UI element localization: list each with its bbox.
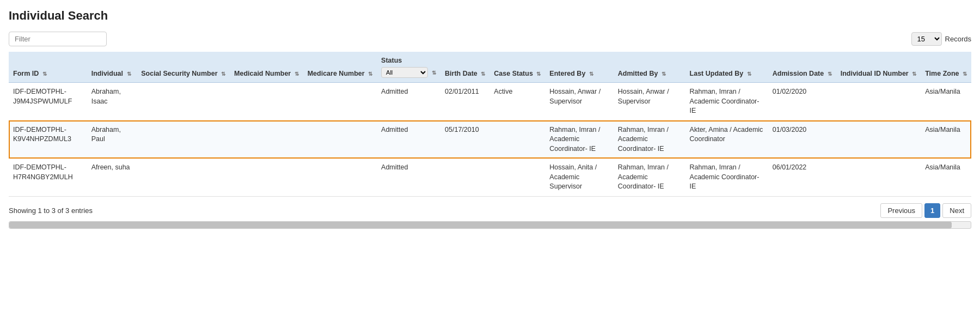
table-cell: Abraham, Paul	[87, 120, 137, 159]
table-cell: Asia/Manila	[921, 83, 971, 121]
col-last-updated-by: Last Updated By ⇅	[685, 52, 768, 83]
table-cell: Akter, Amina / Academic Coordinator	[685, 120, 768, 159]
col-birth-date: Birth Date ⇅	[440, 52, 489, 83]
sort-icon-status[interactable]: ⇅	[432, 69, 436, 76]
table-cell: Afreen, suha	[87, 159, 137, 197]
table-cell	[137, 120, 230, 159]
current-page[interactable]: 1	[924, 203, 940, 218]
results-table: Form ID ⇅ Individual ⇅ Social Security N…	[9, 52, 971, 197]
page-title: Individual Search	[9, 9, 971, 23]
col-entered-by: Entered By ⇅	[545, 52, 614, 83]
table-cell	[230, 120, 303, 159]
table-row[interactable]: IDF-DEMOTPHL-K9V4NHPZDMUL3Abraham, PaulA…	[9, 120, 971, 159]
col-ssn: Social Security Number ⇅	[137, 52, 230, 83]
table-cell	[836, 83, 921, 121]
col-admitted-by: Admitted By ⇅	[614, 52, 685, 83]
table-cell	[230, 159, 303, 197]
table-cell: 06/01/2022	[768, 159, 836, 197]
pagination: Previous 1 Next	[880, 203, 971, 218]
previous-button[interactable]: Previous	[880, 203, 922, 218]
col-form-id: Form ID ⇅	[9, 52, 87, 83]
sort-icon-admitted-by[interactable]: ⇅	[661, 70, 666, 77]
col-medicaid: Medicaid Number ⇅	[230, 52, 303, 83]
col-medicare: Medicare Number ⇅	[303, 52, 377, 83]
col-admission-date: Admission Date ⇅	[768, 52, 836, 83]
sort-icon-medicaid[interactable]: ⇅	[295, 70, 299, 77]
scrollbar-thumb	[9, 222, 952, 228]
table-cell: 01/03/2020	[768, 120, 836, 159]
table-cell: Admitted	[377, 159, 440, 197]
table-cell: Rahman, Imran / Academic Coordinator- IE	[614, 159, 685, 197]
records-control: 15 25 50 100 Records	[911, 32, 971, 46]
sort-icon-form-id[interactable]: ⇅	[42, 70, 47, 77]
table-cell: 01/02/2020	[768, 83, 836, 121]
table-cell	[230, 83, 303, 121]
table-cell: Hossain, Anita / Academic Supervisor	[545, 159, 614, 197]
table-cell	[137, 159, 230, 197]
col-individual: Individual ⇅	[87, 52, 137, 83]
records-label: Records	[945, 35, 971, 43]
sort-icon-ssn[interactable]: ⇅	[221, 70, 225, 77]
table-cell	[836, 120, 921, 159]
table-cell	[137, 83, 230, 121]
table-header-row: Form ID ⇅ Individual ⇅ Social Security N…	[9, 52, 971, 83]
table-cell	[303, 120, 377, 159]
table-cell: Admitted	[377, 120, 440, 159]
table-row[interactable]: IDF-DEMOTPHL-J9M4JSPWUMULFAbraham, Isaac…	[9, 83, 971, 121]
table-cell	[303, 83, 377, 121]
sort-icon-admission-date[interactable]: ⇅	[828, 70, 832, 77]
table-cell: Admitted	[377, 83, 440, 121]
table-cell: 02/01/2011	[440, 83, 489, 121]
sort-icon-individual-id[interactable]: ⇅	[912, 70, 916, 77]
table-cell	[836, 159, 921, 197]
table-cell: Asia/Manila	[921, 159, 971, 197]
table-cell	[303, 159, 377, 197]
table-cell: Rahman, Imran / Academic Coordinator- IE	[545, 120, 614, 159]
table-cell	[489, 120, 545, 159]
sort-icon-medicare[interactable]: ⇅	[368, 70, 372, 77]
sort-icon-birth-date[interactable]: ⇅	[481, 70, 485, 77]
col-individual-id: Individual ID Number ⇅	[836, 52, 921, 83]
col-status: Status All Admitted Discharged ⇅	[377, 52, 440, 83]
table-cell: Rahman, Imran / Academic Coordinator- IE	[614, 120, 685, 159]
table-cell: Asia/Manila	[921, 120, 971, 159]
table-cell: Abraham, Isaac	[87, 83, 137, 121]
footer: Showing 1 to 3 of 3 entries Previous 1 N…	[9, 203, 971, 218]
table-row[interactable]: IDF-DEMOTPHL-H7R4NGBY2MULHAfreen, suhaAd…	[9, 159, 971, 197]
next-button[interactable]: Next	[942, 203, 971, 218]
table-cell: Rahman, Imran / Academic Coordinator- IE	[685, 159, 768, 197]
table-cell: IDF-DEMOTPHL-H7R4NGBY2MULH	[9, 159, 87, 197]
toolbar: 15 25 50 100 Records	[9, 32, 971, 46]
status-filter-select[interactable]: All Admitted Discharged	[381, 67, 428, 78]
table-cell	[440, 159, 489, 197]
records-per-page-select[interactable]: 15 25 50 100	[911, 32, 942, 46]
showing-text: Showing 1 to 3 of 3 entries	[9, 206, 93, 215]
sort-icon-last-updated-by[interactable]: ⇅	[747, 70, 751, 77]
table-cell: IDF-DEMOTPHL-K9V4NHPZDMUL3	[9, 120, 87, 159]
filter-input[interactable]	[9, 32, 107, 46]
table-cell: 05/17/2010	[440, 120, 489, 159]
col-case-status: Case Status ⇅	[489, 52, 545, 83]
table-cell: IDF-DEMOTPHL-J9M4JSPWUMULF	[9, 83, 87, 121]
col-time-zone: Time Zone ⇅	[921, 52, 971, 83]
sort-icon-case-status[interactable]: ⇅	[536, 70, 541, 77]
sort-icon-time-zone[interactable]: ⇅	[963, 70, 967, 77]
horizontal-scrollbar[interactable]	[9, 221, 971, 229]
table-cell	[489, 159, 545, 197]
sort-icon-entered-by[interactable]: ⇅	[589, 70, 593, 77]
sort-icon-individual[interactable]: ⇅	[127, 70, 131, 77]
table-cell: Active	[489, 83, 545, 121]
table-cell: Rahman, Imran / Academic Coordinator- IE	[685, 83, 768, 121]
table-cell: Hossain, Anwar / Supervisor	[545, 83, 614, 121]
status-filter: All Admitted Discharged ⇅	[381, 67, 436, 78]
table-cell: Hossain, Anwar / Supervisor	[614, 83, 685, 121]
